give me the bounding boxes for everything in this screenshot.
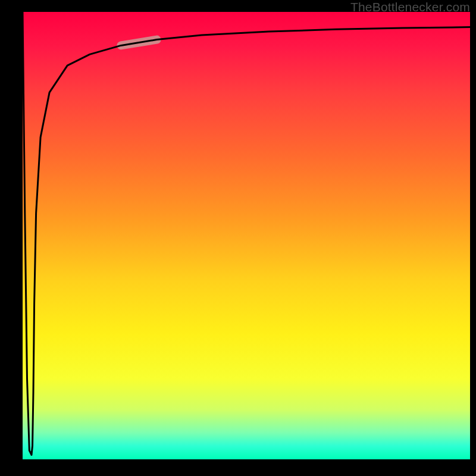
- chart-frame: TheBottlenecker.com: [0, 0, 476, 476]
- chart-svg: [23, 12, 470, 459]
- bottleneck-curve: [23, 12, 470, 455]
- attribution-text: TheBottlenecker.com: [350, 0, 470, 14]
